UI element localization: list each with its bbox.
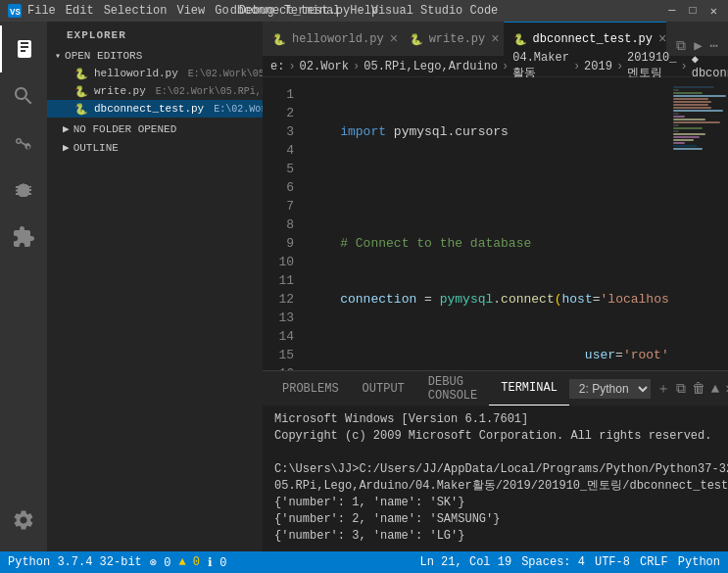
status-position[interactable]: Ln 21, Col 19 [420, 555, 512, 569]
terminal-line-4: C:\Users\JJ>C:/Users/JJ/AppData/Local/Pr… [274, 461, 716, 478]
status-encoding[interactable]: UTF-8 [595, 555, 630, 569]
folder-arrow-icon: ▶ [63, 122, 70, 135]
window-title: dbconnect_test.py - Visual Studio Code [230, 4, 499, 18]
terminal-line-8: {'number': 3, 'name': 'LG'} [274, 528, 716, 545]
terminal-controls: 2: Python ＋ ⧉ 🗑 ▲ ✕ [569, 379, 728, 399]
warning-count: ▲ 0 [178, 555, 200, 569]
explorer-title: EXPLORER [47, 22, 263, 45]
menu-file[interactable]: File [27, 4, 56, 18]
file-path-1: E:\02.Work\05.RPi,Lego,Ar... [188, 69, 263, 79]
file-name-dbconnect: dbconnect_test.py [94, 103, 204, 115]
status-info[interactable]: ℹ 0 [208, 555, 226, 570]
menu-go[interactable]: Go [215, 4, 228, 18]
line-3: # Connect to the database [310, 234, 669, 253]
terminal-trash-icon[interactable]: 🗑 [692, 381, 705, 397]
file-name-helloworld: helloworld.py [94, 68, 178, 79]
terminal-maximize-icon[interactable]: ▲ [711, 381, 719, 397]
menu-selection[interactable]: Selection [104, 4, 168, 18]
code-content[interactable]: import pymysql.cursors # Connect to the … [302, 77, 669, 370]
outline-item[interactable]: ▶ OUTLINE [47, 138, 263, 157]
terminal-tabs-bar: PROBLEMS OUTPUT DEBUG CONSOLE TERMINAL 2… [263, 371, 728, 406]
status-python-version[interactable]: Python 3.7.4 32-bit [8, 555, 142, 569]
breadcrumb-part-5[interactable]: 2019 [584, 60, 612, 73]
tab-close-1[interactable]: × [390, 31, 398, 47]
terminal-line-7: {'number': 2, 'name': 'SAMSUNG'} [274, 511, 716, 528]
file-path-3: E:\02.Work\05... [214, 104, 263, 115]
python-file-icon-1: 🐍 [74, 68, 88, 80]
file-dbconnect[interactable]: 🐍 dbconnect_test.py E:\02.Work\05... × [47, 100, 263, 118]
tab-helloworld[interactable]: 🐍 helloworld.py × [263, 22, 400, 56]
status-errors[interactable]: ⊗ 0 [150, 555, 171, 570]
activity-bar [0, 22, 47, 551]
status-line-ending[interactable]: CRLF [640, 555, 668, 569]
tab-write[interactable]: 🐍 write.py × [400, 22, 504, 56]
breadcrumb-part-1[interactable]: e: [270, 60, 284, 73]
tab-debug-console[interactable]: DEBUG CONSOLE [416, 371, 489, 406]
maximize-button[interactable]: □ [687, 4, 700, 19]
code-editor[interactable]: 1 2 3 4 5 6 7 8 9 10 11 12 13 14 15 16 1… [263, 77, 728, 370]
terminal-line-5: 05.RPi,Lego,Arduino/04.Maker활동/2019/2019… [274, 478, 716, 495]
breadcrumb-sep-4: › [573, 60, 580, 73]
breadcrumb-sep-1: › [288, 60, 295, 73]
terminal-line-9 [274, 545, 716, 551]
activity-debug[interactable] [0, 167, 47, 214]
breadcrumb-sep-3: › [502, 60, 509, 73]
terminal-panel: PROBLEMS OUTPUT DEBUG CONSOLE TERMINAL 2… [263, 370, 728, 551]
editor-area: 🐍 helloworld.py × 🐍 write.py × 🐍 dbconne… [263, 22, 728, 551]
tab-output[interactable]: OUTPUT [351, 371, 416, 406]
info-count: ℹ 0 [208, 556, 226, 570]
open-editors-arrow: ▾ [55, 50, 61, 62]
breadcrumb-part-3[interactable]: 05.RPi,Lego,Arduino [364, 60, 498, 73]
tab-problems[interactable]: PROBLEMS [270, 371, 351, 406]
file-name-write: write.py [94, 85, 146, 97]
breadcrumb-part-7[interactable]: ◆ dbconnect_test.py [692, 52, 728, 80]
tab-label-2: write.py [429, 32, 486, 46]
status-spaces[interactable]: Spaces: 4 [521, 555, 585, 569]
terminal-add-icon[interactable]: ＋ [656, 380, 670, 398]
line-1: import pymysql.cursors [310, 122, 669, 141]
terminal-line-3 [274, 445, 716, 461]
open-editors-label: OPEN EDITORS [65, 50, 142, 62]
svg-text:VS: VS [10, 8, 21, 18]
terminal-select[interactable]: 2: Python [569, 379, 651, 399]
activity-extensions[interactable] [0, 214, 47, 261]
status-language[interactable]: Python [678, 555, 720, 569]
line-5: user='root', [310, 346, 669, 364]
tab-icon-2: 🐍 [410, 33, 423, 46]
minimize-button[interactable]: ─ [665, 4, 678, 19]
open-editors-section: ▾ OPEN EDITORS 🐍 helloworld.py E:\02.Wor… [47, 45, 263, 119]
menu-edit[interactable]: Edit [66, 4, 94, 18]
terminal-split-icon[interactable]: ⧉ [676, 381, 686, 397]
window-controls[interactable]: ─ □ ✕ [665, 4, 720, 19]
tab-close-2[interactable]: × [491, 31, 499, 47]
python-file-icon-3: 🐍 [74, 103, 88, 116]
file-helloworld[interactable]: 🐍 helloworld.py E:\02.Work\05.RPi,Lego,A… [47, 65, 263, 82]
activity-explorer[interactable] [0, 25, 47, 72]
tab-terminal[interactable]: TERMINAL [489, 371, 569, 406]
line-2 [310, 178, 669, 197]
close-button[interactable]: ✕ [707, 4, 720, 19]
activity-settings[interactable] [0, 497, 47, 544]
file-write[interactable]: 🐍 write.py E:\02.Work\05.RPi,Lego,Ar... … [47, 82, 263, 100]
no-folder-item[interactable]: ▶ NO FOLDER OPENED [47, 119, 263, 138]
terminal-line-2: Copyright (c) 2009 Microsoft Corporation… [274, 428, 716, 445]
breadcrumb-sep-2: › [353, 60, 360, 73]
breadcrumb-part-2[interactable]: 02.Work [300, 60, 349, 73]
open-editors-header[interactable]: ▾ OPEN EDITORS [47, 47, 263, 65]
error-icon: ⊗ [150, 556, 157, 570]
status-warnings[interactable]: ▲ 0 [178, 555, 200, 569]
terminal-line-1: Microsoft Windows [Version 6.1.7601] [274, 411, 716, 428]
activity-source-control[interactable] [0, 119, 47, 167]
no-folder-label: NO FOLDER OPENED [73, 123, 177, 135]
terminal-content[interactable]: Microsoft Windows [Version 6.1.7601] Cop… [263, 406, 728, 551]
python-file-icon-2: 🐍 [74, 85, 88, 98]
tab-output-label: OUTPUT [363, 382, 405, 396]
tab-icon-3: 🐍 [513, 33, 527, 46]
activity-bar-bottom [0, 497, 47, 551]
activity-search[interactable] [0, 72, 47, 119]
status-bar-left: Python 3.7.4 32-bit ⊗ 0 ▲ 0 ℹ 0 [8, 555, 226, 570]
tab-label-3: dbconnect_test.py [533, 32, 653, 46]
menu-view[interactable]: View [176, 4, 205, 18]
status-bar-right: Ln 21, Col 19 Spaces: 4 UTF-8 CRLF Pytho… [420, 555, 720, 569]
minimap [669, 77, 728, 370]
